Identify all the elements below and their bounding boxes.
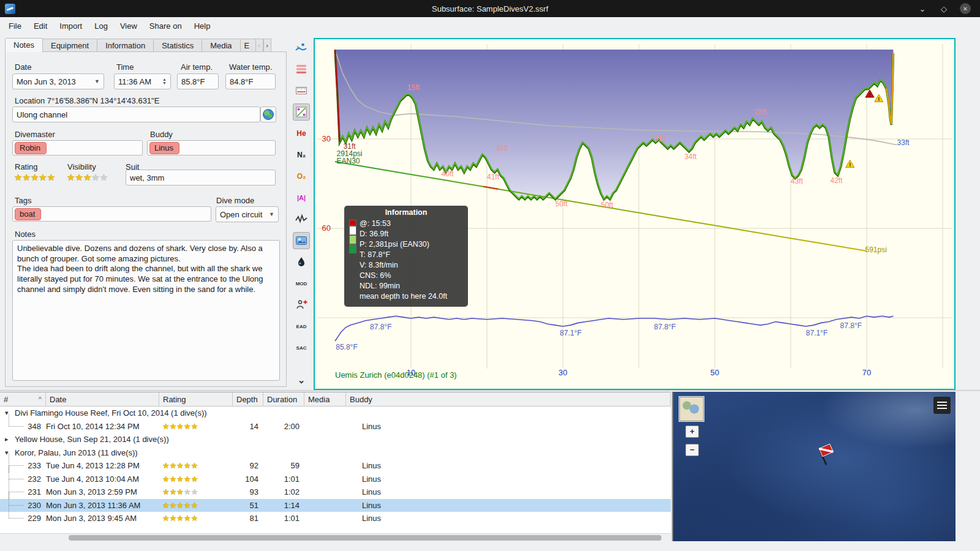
horizontal-scrollbar[interactable]	[0, 533, 671, 541]
star-icon[interactable]: ★	[170, 422, 177, 431]
tab-scroll-left-icon[interactable]: ‹	[255, 39, 263, 52]
column-header-media[interactable]: Media	[304, 392, 346, 406]
deco-icon[interactable]	[293, 296, 310, 313]
dive-mode-select[interactable]: Open circuit ▼	[216, 206, 279, 222]
scale-picture-icon[interactable]	[293, 103, 310, 121]
date-select[interactable]: Mon Jun 3, 2013 ▼	[12, 73, 104, 89]
star-icon[interactable]: ★	[184, 501, 191, 510]
dive-row-233[interactable]: 233Tue Jun 4, 2013 12:28 PM★★★★★9259Linu…	[0, 459, 671, 473]
star-icon[interactable]: ★	[22, 172, 30, 182]
star-icon[interactable]: ★	[176, 474, 184, 484]
star-icon[interactable]: ★	[100, 172, 108, 182]
column-header-date[interactable]: Date	[46, 392, 159, 406]
sac-icon[interactable]: SAC	[293, 339, 310, 356]
star-icon[interactable]: ★	[83, 172, 91, 182]
trip-row[interactable]: ▾Koror, Palau, Jun 2013 (11 dive(s))	[0, 446, 671, 460]
tags-field[interactable]: boat	[12, 206, 211, 222]
o2-partial-pressure-icon[interactable]: O₂	[293, 168, 310, 185]
star-icon[interactable]: ★	[162, 474, 170, 484]
photos-icon[interactable]	[293, 232, 310, 249]
star-icon[interactable]: ★	[191, 422, 198, 431]
map-zoom-in-button[interactable]: +	[685, 425, 699, 438]
minimize-icon[interactable]: ⌄	[917, 3, 928, 14]
tab-media[interactable]: Media	[202, 39, 240, 52]
star-icon[interactable]: ★	[170, 487, 177, 497]
trip-row[interactable]: ▸Yellow House, Sun Sep 21, 2014 (1 dive(…	[0, 433, 671, 446]
star-icon[interactable]: ★	[170, 461, 177, 470]
scrollbar-handle[interactable]	[69, 535, 662, 541]
close-icon[interactable]: ✕	[960, 3, 971, 14]
star-icon[interactable]: ★	[162, 461, 170, 470]
star-icon[interactable]: ★	[162, 501, 170, 510]
buddy-field[interactable]: Linus	[147, 140, 276, 156]
dive-row-232[interactable]: 232Tue Jun 4, 2013 10:04 AM★★★★★1041:01L…	[0, 473, 671, 486]
column-header-num[interactable]: #^	[0, 392, 46, 406]
mod-icon[interactable]: MOD	[293, 275, 310, 292]
star-icon[interactable]: ★	[184, 487, 191, 497]
star-icon[interactable]: ★	[191, 487, 198, 497]
dive-computer-icon[interactable]	[293, 39, 310, 56]
ceiling-icon[interactable]	[293, 61, 310, 78]
star-icon[interactable]: ★	[176, 487, 184, 497]
menu-edit[interactable]: Edit	[28, 19, 53, 33]
maximize-icon[interactable]: ◇	[938, 3, 949, 14]
dive-row-229[interactable]: 229Mon Jun 3, 2013 9:45 AM★★★★★811:01Lin…	[0, 512, 671, 525]
air-temp-field[interactable]	[177, 73, 219, 89]
menu-import[interactable]: Import	[53, 19, 88, 33]
ruler-icon[interactable]	[293, 82, 310, 99]
star-icon[interactable]: ★	[162, 514, 170, 523]
star-icon[interactable]: ★	[47, 172, 55, 182]
tissues-icon[interactable]: |A|	[293, 189, 310, 206]
he-partial-pressure-icon[interactable]: He	[293, 125, 310, 142]
window-titlebar[interactable]: Subsurface: SampleDivesV2.ssrf ⌄ ◇ ✕	[0, 0, 980, 17]
star-icon[interactable]: ★	[170, 501, 177, 510]
map-panel[interactable]: + −	[672, 392, 956, 541]
location-field[interactable]	[12, 107, 260, 122]
star-icon[interactable]: ★	[31, 172, 39, 182]
menu-log[interactable]: Log	[88, 19, 114, 33]
map-overview-inset[interactable]	[679, 397, 704, 421]
star-icon[interactable]: ★	[184, 461, 191, 470]
warning-icon[interactable]: !	[846, 160, 854, 168]
time-stepper[interactable]: 11:36 AM ▲▼	[114, 73, 171, 89]
map-zoom-out-button[interactable]: −	[685, 444, 699, 456]
star-icon[interactable]: ★	[184, 422, 191, 431]
star-icon[interactable]: ★	[67, 172, 75, 182]
star-icon[interactable]: ★	[170, 514, 177, 523]
star-icon[interactable]: ★	[162, 422, 170, 431]
column-header-duration[interactable]: Duration	[263, 392, 304, 406]
star-icon[interactable]: ★	[170, 474, 177, 484]
tab-notes[interactable]: Notes	[5, 38, 43, 52]
star-icon[interactable]: ★	[191, 501, 198, 510]
water-temp-field[interactable]	[225, 73, 276, 89]
dive-row-348[interactable]: 348Fri Oct 10, 2014 12:34 PM★★★★★142:00L…	[0, 420, 671, 433]
warning-icon[interactable]: !	[875, 94, 883, 102]
column-header-depth[interactable]: Depth	[233, 392, 263, 406]
menu-help[interactable]: Help	[188, 19, 217, 33]
column-header-rating[interactable]: Rating	[159, 392, 233, 406]
spinner-arrows-icon[interactable]: ▲▼	[162, 78, 167, 85]
star-icon[interactable]: ★	[176, 514, 184, 523]
star-icon[interactable]: ★	[184, 474, 191, 484]
star-icon[interactable]: ★	[39, 172, 47, 182]
star-icon[interactable]: ★	[162, 487, 170, 497]
star-icon[interactable]: ★	[191, 514, 198, 523]
column-header-buddy[interactable]: Buddy	[346, 392, 671, 406]
trip-row[interactable]: ▾Divi Flamingo House Reef, Fri Oct 10, 2…	[0, 407, 671, 420]
map-location-button[interactable]	[260, 107, 276, 122]
collapse-toolbar-icon[interactable]: ⌄	[293, 372, 310, 389]
menu-file[interactable]: File	[2, 19, 28, 33]
ead-icon[interactable]: EAD	[293, 318, 310, 335]
heart-rate-icon[interactable]	[293, 211, 310, 228]
tab-e[interactable]: E	[240, 39, 256, 52]
menu-view[interactable]: View	[114, 19, 143, 33]
tab-information[interactable]: Information	[97, 39, 154, 52]
dive-flag-marker[interactable]	[809, 441, 837, 469]
menu-share-on[interactable]: Share on	[143, 19, 188, 33]
star-icon[interactable]: ★	[191, 474, 198, 484]
dive-row-230[interactable]: 230Mon Jun 3, 2013 11:36 AM★★★★★511:14Li…	[0, 499, 671, 512]
tab-statistics[interactable]: Statistics	[153, 39, 202, 52]
notes-field[interactable]: Unbelievable dive. Dozens and dozens of …	[12, 240, 280, 381]
suit-field[interactable]	[126, 170, 276, 186]
divemaster-field[interactable]: Robin	[12, 140, 143, 156]
